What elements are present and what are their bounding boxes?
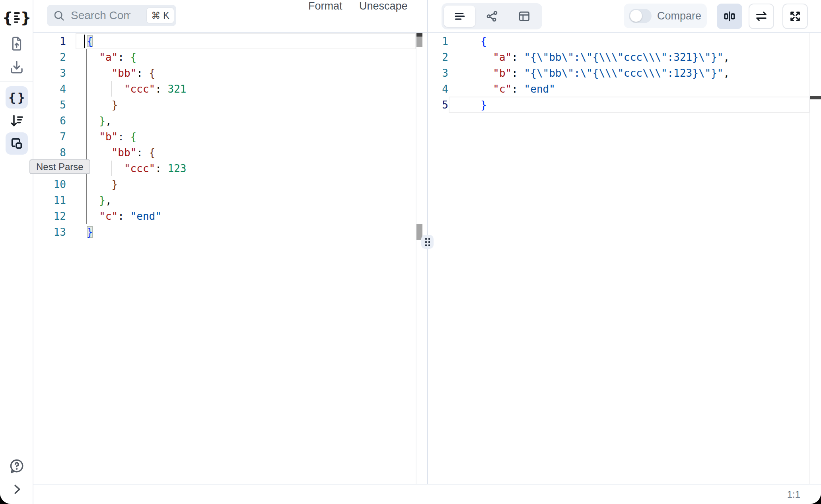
- code-line[interactable]: "c": "end": [481, 81, 730, 97]
- line-number[interactable]: 5: [33, 97, 76, 113]
- code-line[interactable]: {: [481, 33, 730, 49]
- code-line[interactable]: },: [87, 192, 186, 208]
- line-number[interactable]: 1: [428, 33, 458, 49]
- fullscreen-button[interactable]: [782, 4, 808, 29]
- source-json-editor[interactable]: 12345678910111213 { "a": { "bb": { "ccc"…: [33, 33, 416, 484]
- code-token: "c": [481, 83, 512, 95]
- code-token: ,: [105, 115, 112, 127]
- indent-guide: [111, 81, 112, 97]
- nest-parse-tool-button[interactable]: [6, 132, 28, 155]
- line-number[interactable]: 12: [33, 208, 76, 224]
- left-editor-code[interactable]: { "a": { "bb": { "ccc": 321 } }, "b": { …: [87, 33, 186, 484]
- code-line[interactable]: "ccc": 321: [87, 81, 186, 97]
- compare-toggle[interactable]: [629, 9, 652, 23]
- line-number[interactable]: 2: [428, 49, 458, 65]
- graph-view-tab[interactable]: [476, 6, 508, 27]
- swap-panels-button[interactable]: [749, 4, 774, 29]
- code-token: :: [155, 83, 167, 95]
- line-number[interactable]: 10: [33, 176, 76, 192]
- text-view-tab[interactable]: [444, 6, 475, 27]
- expand-sidebar-button[interactable]: [6, 478, 28, 500]
- line-number[interactable]: 1: [33, 33, 76, 49]
- line-number[interactable]: 2: [33, 49, 76, 65]
- download-icon: [8, 58, 25, 75]
- toggle-knob: [630, 10, 642, 22]
- code-line[interactable]: }: [87, 97, 186, 113]
- code-line[interactable]: "ccc": 123: [87, 161, 186, 176]
- command-search[interactable]: ⌘ K: [47, 5, 176, 26]
- sort-icon: [8, 112, 25, 129]
- code-token: {: [149, 67, 156, 79]
- help-button[interactable]: [6, 455, 28, 477]
- json-format-tool-button[interactable]: {}: [6, 86, 28, 109]
- code-line[interactable]: "a": "{\"bb\":\"{\\\"ccc\\\":321}\"}",: [481, 49, 730, 65]
- right-overview-ruler-border: [809, 33, 810, 484]
- indent-guide: [111, 161, 112, 176]
- code-token: :: [512, 83, 524, 95]
- code-line[interactable]: }: [87, 224, 186, 240]
- shortcut-mod-key: ⌘: [151, 10, 160, 21]
- line-number[interactable]: 4: [33, 81, 76, 97]
- braces-icon: {}: [7, 90, 26, 105]
- code-token: "bb": [87, 67, 136, 79]
- line-number[interactable]: 6: [33, 113, 76, 129]
- split-view-icon: [722, 9, 737, 23]
- line-number[interactable]: 3: [428, 65, 458, 81]
- line-number[interactable]: 4: [428, 81, 458, 97]
- code-token: ,: [105, 194, 112, 206]
- code-token: "end": [524, 83, 555, 95]
- code-token: 123: [168, 163, 187, 174]
- code-line[interactable]: "bb": {: [87, 65, 186, 81]
- line-number[interactable]: 13: [33, 224, 76, 240]
- code-line[interactable]: }: [87, 176, 186, 192]
- code-line[interactable]: "bb": {: [87, 145, 186, 161]
- line-number[interactable]: 11: [33, 192, 76, 208]
- code-token: "ccc": [87, 163, 155, 174]
- code-token: "a": [87, 51, 118, 63]
- code-token: "{\"bb\":\"{\\\"ccc\\\":123}\"}": [524, 67, 724, 79]
- code-token: "end": [130, 210, 161, 222]
- left-editor-gutter: 12345678910111213: [33, 33, 76, 484]
- left-overview-ruler-border: [416, 33, 416, 484]
- code-token: }: [87, 226, 93, 238]
- code-line[interactable]: "b": {: [87, 129, 186, 145]
- right-overview-cursor-mark: [810, 96, 821, 99]
- left-overview-cursor-mark: [416, 33, 422, 37]
- code-token: }: [87, 178, 118, 190]
- sidebar-divider: [0, 81, 33, 82]
- panel-resize-handle[interactable]: [421, 235, 434, 249]
- compare-label: Compare: [657, 10, 701, 22]
- format-button[interactable]: Format: [308, 0, 342, 33]
- code-line[interactable]: "b": "{\"bb\":\"{\\\"ccc\\\":123}\"}",: [481, 65, 730, 81]
- shortcut-letter-key: K: [163, 10, 169, 21]
- split-view-button[interactable]: [717, 4, 742, 29]
- line-number[interactable]: 8: [33, 145, 76, 161]
- sidebar: { } {}: [0, 0, 33, 504]
- code-token: {: [481, 35, 487, 47]
- download-button[interactable]: [6, 56, 28, 78]
- import-file-button[interactable]: [6, 33, 28, 55]
- fullscreen-icon: [788, 9, 802, 23]
- graph-nodes-icon: [485, 10, 499, 23]
- code-token: 321: [168, 83, 187, 95]
- table-icon: [518, 10, 531, 23]
- code-token: "a": [481, 51, 512, 63]
- code-token: :: [136, 147, 149, 159]
- line-number[interactable]: 3: [33, 65, 76, 81]
- unescape-button[interactable]: Unescape: [359, 0, 408, 33]
- line-number[interactable]: 7: [33, 129, 76, 145]
- code-line[interactable]: },: [87, 113, 186, 129]
- table-view-tab[interactable]: [508, 6, 540, 27]
- compare-control: Compare: [624, 4, 707, 28]
- code-token: {: [130, 51, 137, 63]
- search-input[interactable]: [70, 9, 131, 22]
- code-token: ,: [724, 67, 730, 79]
- code-token: "b": [481, 67, 512, 79]
- code-token: :: [155, 163, 167, 174]
- code-line[interactable]: "a": {: [87, 49, 186, 65]
- keyboard-shortcut-badge: ⌘ K: [147, 8, 174, 23]
- align-left-icon: [453, 10, 467, 23]
- code-line[interactable]: "c": "end": [87, 208, 186, 224]
- chevron-right-icon: [10, 482, 24, 496]
- sort-tool-button[interactable]: [6, 110, 28, 132]
